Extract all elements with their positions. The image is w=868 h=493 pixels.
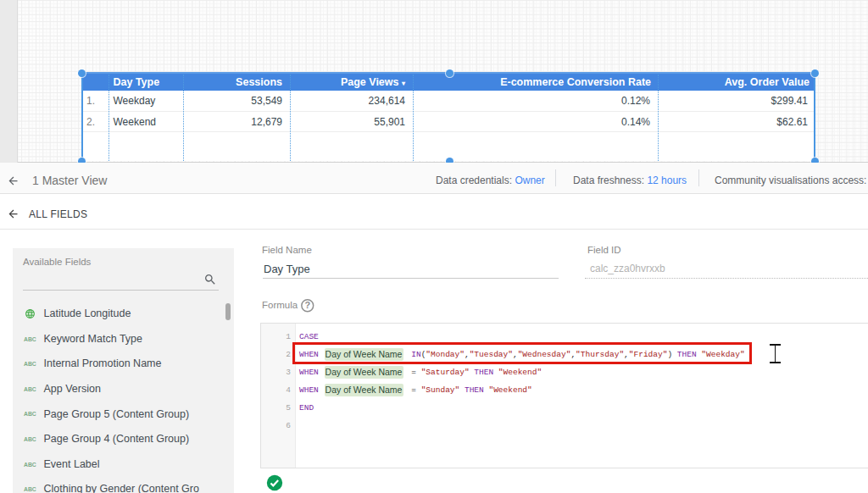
- svg-text:?: ?: [304, 300, 310, 310]
